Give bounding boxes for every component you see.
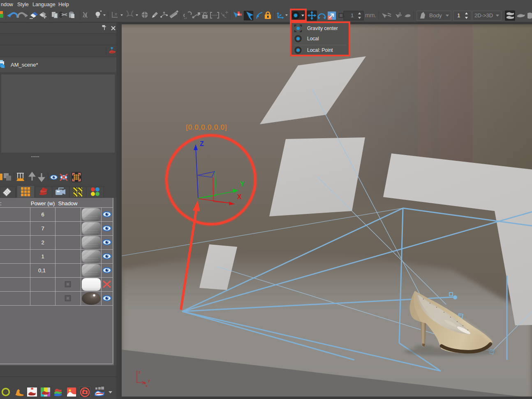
- svg-text:x: x: [146, 383, 148, 388]
- svg-text:[0.0,0.0,0.0]: [0.0,0.0,0.0]: [186, 123, 227, 131]
- svg-text::: :: [0, 200, 2, 206]
- svg-text:Local: Local: [307, 36, 319, 42]
- svg-text:Y: Y: [240, 181, 245, 188]
- svg-text:X: X: [237, 193, 242, 200]
- svg-text:1: 1: [351, 12, 354, 19]
- svg-text:mm.: mm.: [365, 12, 376, 19]
- svg-text:1: 1: [457, 12, 460, 19]
- svg-text:Body: Body: [429, 12, 442, 19]
- svg-text:AM_scene*: AM_scene*: [11, 62, 38, 68]
- svg-text:Power (w): Power (w): [31, 200, 55, 206]
- svg-text:2D->3D: 2D->3D: [474, 12, 493, 19]
- svg-text:Shadow: Shadow: [58, 200, 78, 206]
- svg-text:0,1: 0,1: [38, 267, 46, 274]
- svg-text:7: 7: [41, 225, 44, 232]
- svg-text:y: y: [148, 378, 150, 383]
- svg-text:1: 1: [41, 253, 44, 260]
- svg-text:Z: Z: [200, 140, 204, 147]
- svg-text:2: 2: [41, 239, 44, 246]
- svg-text:6: 6: [41, 211, 44, 218]
- svg-text:Local: Point: Local: Point: [307, 47, 333, 53]
- svg-text:Gravity center: Gravity center: [307, 26, 338, 31]
- svg-text:z: z: [139, 370, 141, 374]
